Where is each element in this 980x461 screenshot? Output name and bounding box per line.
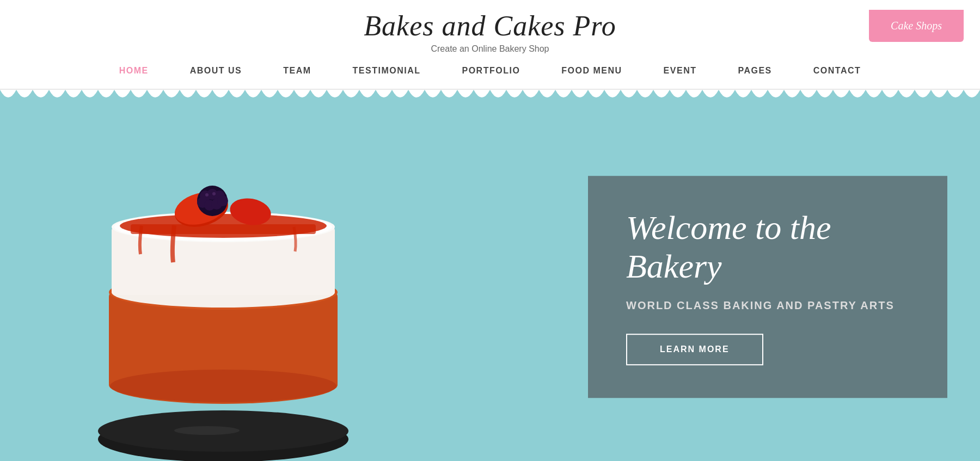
site-tagline: Create an Online Bakery Shop xyxy=(431,44,549,54)
svg-point-22 xyxy=(205,193,209,196)
svg-point-25 xyxy=(174,426,240,435)
svg-point-21 xyxy=(217,195,228,206)
hero-info-box: Welcome to the Bakery WORLD CLASS BAKING… xyxy=(588,176,947,398)
header-top: Bakes and Cakes Pro Create an Online Bak… xyxy=(0,10,980,58)
learn-more-button[interactable]: LEARN MORE xyxy=(626,334,763,365)
svg-point-24 xyxy=(110,370,336,402)
header: Bakes and Cakes Pro Create an Online Bak… xyxy=(0,0,980,90)
nav-item-testimonial[interactable]: TESTIMONIAL xyxy=(332,66,442,83)
hero-section: Welcome to the Bakery WORLD CLASS BAKING… xyxy=(0,107,980,461)
scallop-border xyxy=(0,90,980,107)
nav-item-pages[interactable]: PAGES xyxy=(717,66,792,83)
hero-subtitle: WORLD CLASS BAKING AND PASTRY ARTS xyxy=(626,299,909,312)
nav-item-portfolio[interactable]: PORTFOLIO xyxy=(442,66,541,83)
welcome-title: Welcome to the Bakery xyxy=(626,208,909,286)
nav-item-about[interactable]: ABOUT US xyxy=(169,66,263,83)
svg-rect-10 xyxy=(131,224,316,234)
nav-item-event[interactable]: EVENT xyxy=(643,66,718,83)
site-title: Bakes and Cakes Pro xyxy=(364,10,616,42)
cake-image xyxy=(33,118,414,461)
nav-item-home[interactable]: HOME xyxy=(99,66,169,83)
cake-shops-button[interactable]: Cake Shops xyxy=(869,10,964,42)
main-nav: HOME ABOUT US TEAM TESTIMONIAL PORTFOLIO… xyxy=(99,58,882,83)
svg-point-23 xyxy=(212,192,216,195)
nav-item-food-menu[interactable]: FOOD MENU xyxy=(541,66,642,83)
nav-item-team[interactable]: TEAM xyxy=(262,66,332,83)
nav-item-contact[interactable]: CONTACT xyxy=(793,66,882,83)
